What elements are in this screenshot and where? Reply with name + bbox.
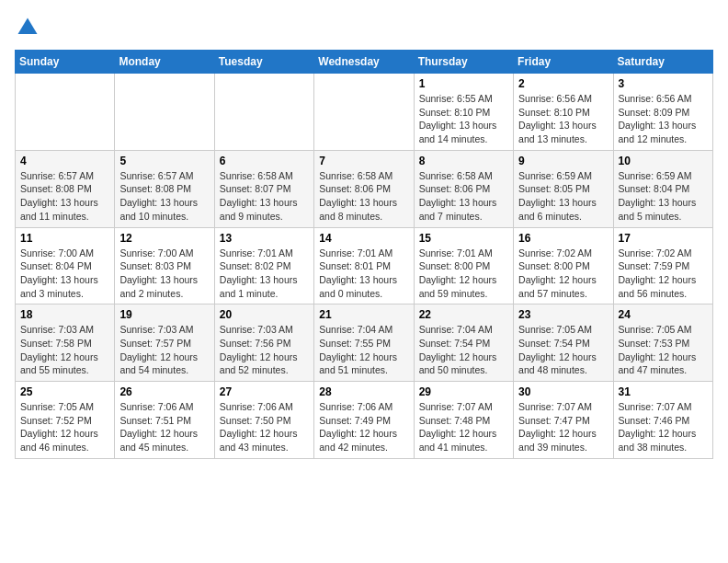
weekday-header-monday: Monday [115,51,214,74]
day-number: 15 [419,232,508,245]
day-number: 16 [518,232,608,245]
calendar-cell: 25Sunrise: 7:05 AMSunset: 7:52 PMDayligh… [16,382,115,459]
calendar-cell: 19Sunrise: 7:03 AMSunset: 7:57 PMDayligh… [115,304,214,382]
calendar-cell: 8Sunrise: 6:58 AMSunset: 8:06 PMDaylight… [414,150,513,227]
day-info: Sunrise: 6:58 AMSunset: 8:06 PMDaylight:… [419,169,508,224]
day-number: 28 [319,385,408,398]
day-number: 19 [119,308,209,321]
day-number: 25 [20,385,109,398]
calendar-cell: 17Sunrise: 7:02 AMSunset: 7:59 PMDayligh… [613,227,712,304]
day-info: Sunrise: 7:03 AMSunset: 7:56 PMDaylight:… [220,323,309,377]
day-number: 11 [20,232,109,245]
weekday-header-wednesday: Wednesday [314,51,414,74]
calendar-cell: 24Sunrise: 7:05 AMSunset: 7:53 PMDayligh… [613,304,712,382]
day-info: Sunrise: 7:00 AMSunset: 8:04 PMDaylight:… [20,247,109,301]
day-number: 5 [119,155,209,167]
calendar-cell: 11Sunrise: 7:00 AMSunset: 8:04 PMDayligh… [16,227,115,304]
day-info: Sunrise: 7:03 AMSunset: 7:57 PMDaylight:… [119,323,209,377]
day-number: 24 [619,308,708,321]
day-info: Sunrise: 7:05 AMSunset: 7:52 PMDaylight:… [20,400,109,454]
day-number: 12 [119,232,209,245]
calendar-cell: 22Sunrise: 7:04 AMSunset: 7:54 PMDayligh… [414,304,513,382]
day-number: 2 [518,77,608,90]
day-info: Sunrise: 7:01 AMSunset: 8:02 PMDaylight:… [220,247,309,301]
day-info: Sunrise: 6:55 AMSunset: 8:10 PMDaylight:… [419,92,508,146]
calendar-body: 1Sunrise: 6:55 AMSunset: 8:10 PMDaylight… [16,74,713,459]
calendar-cell [214,74,313,151]
calendar-cell: 27Sunrise: 7:06 AMSunset: 7:50 PMDayligh… [214,382,313,459]
day-number: 30 [518,385,608,398]
day-number: 14 [319,232,408,245]
day-number: 1 [419,77,508,90]
page-header [15,15,713,40]
day-info: Sunrise: 7:07 AMSunset: 7:47 PMDaylight:… [518,400,608,454]
calendar-cell: 5Sunrise: 6:57 AMSunset: 8:08 PMDaylight… [115,150,214,227]
day-info: Sunrise: 7:06 AMSunset: 7:50 PMDaylight:… [220,400,309,454]
calendar-week-2: 4Sunrise: 6:57 AMSunset: 8:08 PMDaylight… [16,150,713,227]
day-info: Sunrise: 7:01 AMSunset: 8:01 PMDaylight:… [319,247,408,301]
weekday-header-row: SundayMondayTuesdayWednesdayThursdayFrid… [16,51,713,74]
day-number: 10 [619,155,708,167]
calendar-table: SundayMondayTuesdayWednesdayThursdayFrid… [15,50,713,459]
calendar-cell: 16Sunrise: 7:02 AMSunset: 8:00 PMDayligh… [514,227,613,304]
calendar-cell: 14Sunrise: 7:01 AMSunset: 8:01 PMDayligh… [314,227,414,304]
calendar-cell: 18Sunrise: 7:03 AMSunset: 7:58 PMDayligh… [16,304,115,382]
calendar-cell: 29Sunrise: 7:07 AMSunset: 7:48 PMDayligh… [414,382,513,459]
day-info: Sunrise: 7:05 AMSunset: 7:54 PMDaylight:… [518,323,608,377]
calendar-cell: 2Sunrise: 6:56 AMSunset: 8:10 PMDaylight… [514,74,613,151]
calendar-cell: 15Sunrise: 7:01 AMSunset: 8:00 PMDayligh… [414,227,513,304]
day-number: 13 [220,232,309,245]
day-info: Sunrise: 7:00 AMSunset: 8:03 PMDaylight:… [119,247,209,301]
day-info: Sunrise: 7:03 AMSunset: 7:58 PMDaylight:… [20,323,109,377]
weekday-header-tuesday: Tuesday [214,51,313,74]
day-number: 29 [419,385,508,398]
calendar-week-3: 11Sunrise: 7:00 AMSunset: 8:04 PMDayligh… [16,227,713,304]
day-info: Sunrise: 7:05 AMSunset: 7:53 PMDaylight:… [619,323,708,377]
calendar-cell: 9Sunrise: 6:59 AMSunset: 8:05 PMDaylight… [514,150,613,227]
day-info: Sunrise: 7:04 AMSunset: 7:54 PMDaylight:… [419,323,508,377]
day-number: 9 [518,155,608,167]
calendar-cell: 10Sunrise: 6:59 AMSunset: 8:04 PMDayligh… [613,150,712,227]
weekday-header-sunday: Sunday [16,51,115,74]
calendar-week-5: 25Sunrise: 7:05 AMSunset: 7:52 PMDayligh… [16,382,713,459]
logo-icon [15,15,40,40]
calendar-week-1: 1Sunrise: 6:55 AMSunset: 8:10 PMDaylight… [16,74,713,151]
calendar-cell: 4Sunrise: 6:57 AMSunset: 8:08 PMDaylight… [16,150,115,227]
day-number: 17 [619,232,708,245]
weekday-header-saturday: Saturday [613,51,712,74]
day-info: Sunrise: 7:02 AMSunset: 7:59 PMDaylight:… [619,247,708,301]
day-info: Sunrise: 7:06 AMSunset: 7:49 PMDaylight:… [319,400,408,454]
calendar-cell: 20Sunrise: 7:03 AMSunset: 7:56 PMDayligh… [214,304,313,382]
calendar-week-4: 18Sunrise: 7:03 AMSunset: 7:58 PMDayligh… [16,304,713,382]
calendar-cell: 12Sunrise: 7:00 AMSunset: 8:03 PMDayligh… [115,227,214,304]
calendar-cell: 26Sunrise: 7:06 AMSunset: 7:51 PMDayligh… [115,382,214,459]
calendar-cell: 13Sunrise: 7:01 AMSunset: 8:02 PMDayligh… [214,227,313,304]
calendar-cell [314,74,414,151]
day-number: 4 [20,155,109,167]
calendar-cell: 7Sunrise: 6:58 AMSunset: 8:06 PMDaylight… [314,150,414,227]
day-info: Sunrise: 7:07 AMSunset: 7:46 PMDaylight:… [619,400,708,454]
day-info: Sunrise: 7:06 AMSunset: 7:51 PMDaylight:… [119,400,209,454]
calendar-cell: 28Sunrise: 7:06 AMSunset: 7:49 PMDayligh… [314,382,414,459]
calendar-cell: 3Sunrise: 6:56 AMSunset: 8:09 PMDaylight… [613,74,712,151]
day-info: Sunrise: 7:07 AMSunset: 7:48 PMDaylight:… [419,400,508,454]
calendar-cell [16,74,115,151]
day-number: 26 [119,385,209,398]
day-info: Sunrise: 7:01 AMSunset: 8:00 PMDaylight:… [419,247,508,301]
calendar-cell: 1Sunrise: 6:55 AMSunset: 8:10 PMDaylight… [414,74,513,151]
day-number: 6 [220,155,309,167]
calendar-cell: 6Sunrise: 6:58 AMSunset: 8:07 PMDaylight… [214,150,313,227]
day-number: 22 [419,308,508,321]
logo [15,15,44,40]
day-number: 3 [619,77,708,90]
weekday-header-thursday: Thursday [414,51,513,74]
day-number: 18 [20,308,109,321]
day-info: Sunrise: 6:58 AMSunset: 8:06 PMDaylight:… [319,169,408,224]
day-number: 20 [220,308,309,321]
calendar-cell [115,74,214,151]
day-info: Sunrise: 7:04 AMSunset: 7:55 PMDaylight:… [319,323,408,377]
svg-rect-1 [24,27,31,34]
calendar-cell: 30Sunrise: 7:07 AMSunset: 7:47 PMDayligh… [514,382,613,459]
day-number: 7 [319,155,408,167]
calendar-cell: 23Sunrise: 7:05 AMSunset: 7:54 PMDayligh… [514,304,613,382]
